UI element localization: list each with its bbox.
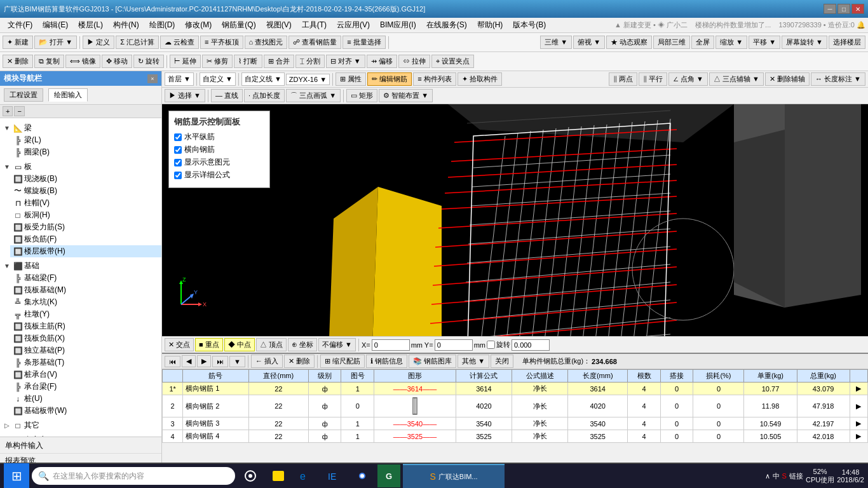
taskbar-app-gcalc[interactable]: G [377,464,400,487]
row-loss[interactable]: 0 [693,395,744,417]
extend-button[interactable]: ⊢ 延伸 [170,55,201,68]
tree-category-slab[interactable]: ▼ ▭ 板 🔲现浇板(B) 〜螺旋板(B) ⊓柱帽(V) □板洞(H) 🔲板受力… [0,159,161,259]
row-grade[interactable]: ф [308,417,341,430]
panel-header-buttons[interactable]: × [147,74,158,83]
tree-category-beam[interactable]: ▼ 📐 梁 ╠梁(L) ╠圈梁(B) [0,121,161,159]
row-unit-wt[interactable]: 10.549 [744,417,797,430]
row-id[interactable]: 4 [163,430,183,443]
rect-button[interactable]: ▭ 矩形 [346,89,377,102]
taskbar-app-file[interactable] [266,463,291,488]
sys-tray-expand[interactable]: ∧ [765,472,770,480]
menu-draw[interactable]: 绘图(D) [144,18,180,32]
property-button[interactable]: ⊞ 属性 [336,72,366,86]
row-fig-no[interactable]: 1 [341,417,374,430]
tree-item-col-pier[interactable]: ╦柱墩(Y) [10,308,161,320]
tree-item-isolated-found[interactable]: 🔲独立基础(P) [10,344,161,356]
row-length[interactable]: 3614 [568,383,628,395]
stretch-button[interactable]: ⇔ 拉伸 [398,55,430,68]
prev-record-button[interactable]: ◀ [182,355,196,367]
checkbox-show-formula[interactable]: 显示详细公式 [174,170,264,180]
tree-item-spiral-slab[interactable]: 〜螺旋板(B) [10,185,161,197]
row-dia[interactable]: 22 [248,395,308,417]
row-dia[interactable]: 22 [248,383,308,395]
view-rebar-button[interactable]: ☍ 查看钢筋量 [288,36,341,49]
other-button[interactable]: 其他 ▼ [458,355,489,368]
length-label-button[interactable]: ↔ 长度标注 ▼ [811,72,865,86]
taskbar-app-ie[interactable]: IE [322,463,347,488]
row-id[interactable]: 3 [163,417,183,430]
screen-rotate-button[interactable]: 屏幕旋转 ▼ [782,36,827,49]
taskbar-app-edge[interactable]: e [294,463,319,488]
row-dia[interactable]: 22 [248,417,308,430]
row-lap[interactable]: 0 [660,430,693,443]
zoom-button[interactable]: 缩放 ▼ [715,36,747,49]
checkbox-show-diagram[interactable]: 显示示意图元 [174,157,264,168]
row-unit-wt[interactable]: 10.77 [744,383,797,395]
rotate-checkbox[interactable] [487,341,495,349]
split-button[interactable]: ⌶ 分割 [295,55,325,68]
select-button[interactable]: ▶ 选择 ▼ [165,89,205,102]
break-button[interactable]: ⌇ 打断 [234,55,262,68]
maximize-button[interactable]: □ [837,4,850,14]
arc-button[interactable]: ⌒ 三点画弧 ▼ [286,89,341,102]
tree-item-pile[interactable]: ↓桩(U) [10,393,161,405]
row-id[interactable]: 1* [163,383,183,395]
menu-tools[interactable]: 工具(T) [297,18,332,32]
row-total-wt[interactable]: 47.918 [797,395,850,417]
row-unit-wt[interactable]: 10.505 [744,430,797,443]
tree-item-column-cap[interactable]: ⊓柱帽(V) [10,197,161,209]
show-formula-checkbox[interactable] [174,172,182,179]
taskbar-app-cortana[interactable] [238,463,263,488]
row-desc[interactable]: 净长 [512,430,568,443]
tree-item-raft-main-bar[interactable]: 🔲筏板主筋(R) [10,320,161,332]
two-point-axis[interactable]: ∥ 两点 [609,72,637,86]
row-total-wt[interactable]: 42.197 [797,417,850,430]
viewport[interactable]: 钢筋显示控制面板 水平纵筋 横向钢筋 显示示意图元 显示详细公式 [162,104,868,336]
expand-beam[interactable]: ▼ [3,124,11,133]
copy-button[interactable]: ⧉ 复制 [34,55,64,68]
row-shape[interactable]: ——3614—— [374,383,456,395]
tree-item-slab-hole[interactable]: □板洞(H) [10,209,161,221]
menu-floor[interactable]: 楼层(L) [73,18,108,32]
taskbar-active-app[interactable]: S 广联达BIM... [403,464,505,488]
tree-item-floor-band[interactable]: 🔲楼层板带(H) [10,245,161,257]
panel-close-button[interactable]: × [147,74,158,83]
row-loss[interactable]: 0 [693,417,744,430]
rotate-input[interactable] [512,339,550,351]
checkbox-transverse-bar[interactable]: 横向钢筋 [174,144,264,155]
tree-item-raft-neg-bar[interactable]: 🔲筏板负筋(X) [10,332,161,344]
select-floor-button[interactable]: 选择楼层 [829,36,865,49]
row-formula[interactable]: 3525 [456,430,512,443]
show-diagram-checkbox[interactable] [174,159,182,166]
trim-button[interactable]: ✂ 修剪 [202,55,233,68]
checkbox-horizontal-bar[interactable]: 水平纵筋 [174,132,264,142]
find-elem-button[interactable]: ⌂ 查找图元 [245,36,288,49]
row-fig-no[interactable]: 0 [341,395,374,417]
row-name[interactable]: 横向钢筋 3 [183,417,248,430]
row-lap[interactable]: 0 [660,417,693,430]
expand-slab[interactable]: ▼ [3,163,11,172]
tree-item-cap-beam[interactable]: ╠承台梁(F) [10,381,161,393]
taskbar-app-chrome[interactable] [349,463,375,488]
line-type-dropdown[interactable]: 自定义线 ▼ [241,72,285,86]
row-count[interactable]: 4 [628,383,661,395]
menu-help[interactable]: 帮助(H) [472,18,508,32]
tree-category-other[interactable]: ▷ □ 其它 [0,418,161,433]
local-3d-button[interactable]: 局部三维 [653,36,690,49]
row-fig-no[interactable]: 1 [341,430,374,443]
row-length[interactable]: 4020 [568,395,628,417]
rebar-info-button[interactable]: ℹ 钢筋信息 [366,355,407,368]
last-record-button[interactable]: ⏭ [212,356,228,367]
menu-bim[interactable]: BIM应用(I) [375,18,421,32]
menu-file[interactable]: 文件(F) [3,18,37,32]
row-shape[interactable]: ——3540—— [374,417,456,430]
tree-item-slab-stress-bar[interactable]: 🔲板受力筋(S) [10,221,161,233]
row-desc[interactable]: 净长 [512,395,568,417]
offset-button[interactable]: ⇸ 偏移 [367,55,397,68]
add-item-button[interactable]: + [3,106,13,116]
snap-coord[interactable]: ⊕ 坐标 [288,338,317,351]
move-button[interactable]: ✥ 移动 [102,55,132,68]
open-button[interactable]: 📂 打开 ▼ [34,36,77,49]
tree-category-foundation[interactable]: ▼ ⬛ 基础 ╠基础梁(F) 🔲筏板基础(M) ╩集水坑(K) ╦柱墩(Y) 🔲… [0,259,161,418]
component-list-button[interactable]: ≡ 构件列表 [413,72,456,86]
